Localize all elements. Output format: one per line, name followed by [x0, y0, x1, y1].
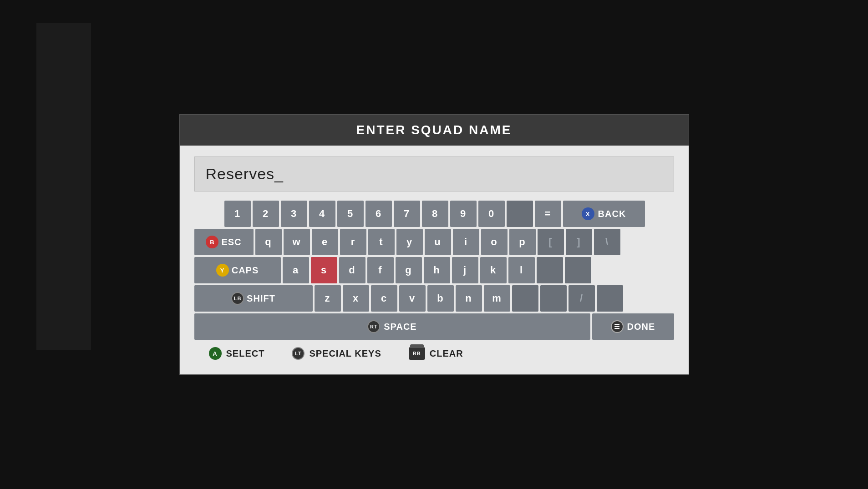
keyboard-modal: ENTER SQUAD NAME Reserves_ 1 2 3 4 5 6 7…: [179, 114, 689, 375]
rb-button-icon: RB: [409, 347, 425, 360]
space-row: RT SPACE ☰ DONE: [194, 313, 674, 340]
key-m[interactable]: m: [484, 285, 510, 312]
lb-button-icon: LB: [231, 292, 244, 305]
keyboard-section: 1 2 3 4 5 6 7 8 9 0 = X BACK B: [194, 201, 674, 340]
back-button[interactable]: X BACK: [563, 201, 645, 227]
b-button-icon: B: [206, 236, 218, 248]
esc-label: ESC: [221, 237, 241, 247]
key-q[interactable]: q: [255, 229, 282, 255]
key-r[interactable]: r: [340, 229, 366, 255]
key-d[interactable]: d: [339, 257, 365, 283]
key-extra1[interactable]: [597, 285, 623, 312]
key-backslash[interactable]: \: [594, 229, 620, 255]
key-l[interactable]: l: [508, 257, 535, 283]
key-y[interactable]: y: [396, 229, 423, 255]
key-h[interactable]: h: [424, 257, 450, 283]
key-v[interactable]: v: [399, 285, 426, 312]
key-comma[interactable]: [512, 285, 538, 312]
key-j[interactable]: j: [452, 257, 478, 283]
key-a[interactable]: a: [283, 257, 309, 283]
asdf-row: Y CAPS a s d f g h j k l: [194, 257, 674, 283]
modal-title: ENTER SQUAD NAME: [356, 123, 512, 137]
key-b[interactable]: b: [427, 285, 454, 312]
key-2[interactable]: 2: [253, 201, 279, 227]
key-3[interactable]: 3: [281, 201, 307, 227]
key-9[interactable]: 9: [450, 201, 477, 227]
key-c[interactable]: c: [371, 285, 397, 312]
y-button-icon: Y: [216, 264, 229, 277]
x-button-icon: X: [582, 207, 594, 220]
key-t[interactable]: t: [368, 229, 395, 255]
key-u[interactable]: u: [425, 229, 451, 255]
key-quote[interactable]: [565, 257, 591, 283]
esc-key[interactable]: B ESC: [194, 229, 254, 255]
key-5[interactable]: 5: [337, 201, 364, 227]
key-w[interactable]: w: [284, 229, 310, 255]
a-button-icon: A: [209, 347, 222, 360]
key-minus[interactable]: [507, 201, 533, 227]
special-keys-footer-item: LT SPECIAL KEYS: [292, 347, 381, 360]
menu-button-icon: ☰: [611, 320, 624, 333]
key-0[interactable]: 0: [478, 201, 505, 227]
key-o[interactable]: o: [481, 229, 508, 255]
key-z[interactable]: z: [315, 285, 341, 312]
special-keys-label: SPECIAL KEYS: [309, 348, 381, 359]
back-label: BACK: [598, 209, 626, 219]
key-period[interactable]: [540, 285, 567, 312]
key-6[interactable]: 6: [365, 201, 392, 227]
key-semicolon[interactable]: [537, 257, 563, 283]
key-8[interactable]: 8: [422, 201, 448, 227]
key-s[interactable]: s: [311, 257, 337, 283]
caps-key[interactable]: Y CAPS: [194, 257, 281, 283]
key-rbracket[interactable]: ]: [566, 229, 592, 255]
done-label: DONE: [627, 322, 655, 332]
text-input-area[interactable]: Reserves_: [194, 156, 674, 192]
key-k[interactable]: k: [480, 257, 507, 283]
number-row: 1 2 3 4 5 6 7 8 9 0 = X BACK: [224, 201, 674, 227]
key-f[interactable]: f: [367, 257, 394, 283]
key-1[interactable]: 1: [224, 201, 251, 227]
space-label: SPACE: [384, 322, 416, 332]
input-value: Reserves_: [206, 165, 284, 183]
modal-body: Reserves_ 1 2 3 4 5 6 7 8 9 0 = X BACK: [180, 146, 689, 374]
key-g[interactable]: g: [396, 257, 422, 283]
key-i[interactable]: i: [453, 229, 479, 255]
shift-label: SHIFT: [247, 293, 275, 304]
key-e[interactable]: e: [312, 229, 338, 255]
lt-button-icon: LT: [292, 347, 305, 360]
key-7[interactable]: 7: [394, 201, 420, 227]
clear-label: CLEAR: [430, 348, 463, 359]
footer-bar: A SELECT LT SPECIAL KEYS RB CLEAR: [194, 342, 674, 365]
caps-label: CAPS: [232, 265, 259, 276]
key-slash[interactable]: /: [569, 285, 595, 312]
key-p[interactable]: p: [509, 229, 536, 255]
key-equals[interactable]: =: [535, 201, 561, 227]
zxcv-row: LB SHIFT z x c v b n m /: [194, 285, 674, 312]
clear-footer-item: RB CLEAR: [409, 347, 463, 360]
key-4[interactable]: 4: [309, 201, 335, 227]
rt-button-icon: RT: [367, 320, 380, 333]
done-key[interactable]: ☰ DONE: [592, 313, 674, 340]
space-key[interactable]: RT SPACE: [194, 313, 590, 340]
key-n[interactable]: n: [456, 285, 482, 312]
shift-key[interactable]: LB SHIFT: [194, 285, 313, 312]
modal-header: ENTER SQUAD NAME: [180, 115, 689, 146]
key-x[interactable]: x: [343, 285, 369, 312]
select-label: SELECT: [226, 348, 265, 359]
key-lbracket[interactable]: [: [538, 229, 564, 255]
select-footer-item: A SELECT: [209, 347, 265, 360]
qwerty-row: B ESC q w e r t y u i o p [ ] \: [194, 229, 674, 255]
